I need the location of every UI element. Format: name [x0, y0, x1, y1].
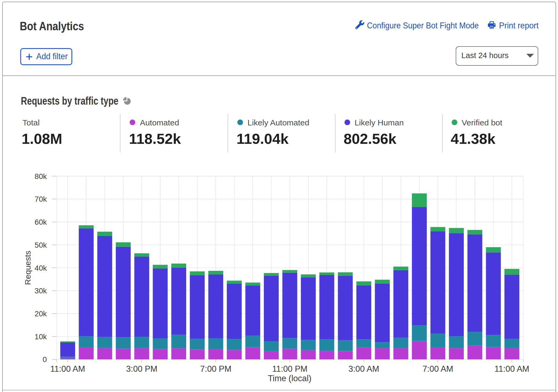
svg-text:80k: 80k — [35, 172, 47, 181]
svg-text:60k: 60k — [35, 218, 47, 226]
svg-text:50k: 50k — [35, 241, 47, 249]
svg-text:3:00 PM: 3:00 PM — [126, 364, 157, 374]
svg-text:Time (local): Time (local) — [268, 374, 311, 383]
svg-text:40k: 40k — [35, 264, 47, 272]
svg-text:10k: 10k — [35, 333, 47, 341]
svg-text:7:00 PM: 7:00 PM — [200, 364, 231, 374]
svg-text:7:00 AM: 7:00 AM — [422, 364, 453, 374]
svg-text:11:00 AM: 11:00 AM — [494, 364, 529, 374]
svg-text:20k: 20k — [35, 310, 47, 318]
svg-text:30k: 30k — [35, 287, 47, 295]
svg-text:70k: 70k — [35, 195, 47, 203]
svg-text:11:00 PM: 11:00 PM — [272, 364, 307, 374]
svg-text:11:00 AM: 11:00 AM — [50, 364, 85, 374]
svg-text:3:00 AM: 3:00 AM — [349, 364, 379, 374]
svg-text:0: 0 — [42, 355, 47, 364]
svg-text:Requests: Requests — [23, 251, 32, 285]
